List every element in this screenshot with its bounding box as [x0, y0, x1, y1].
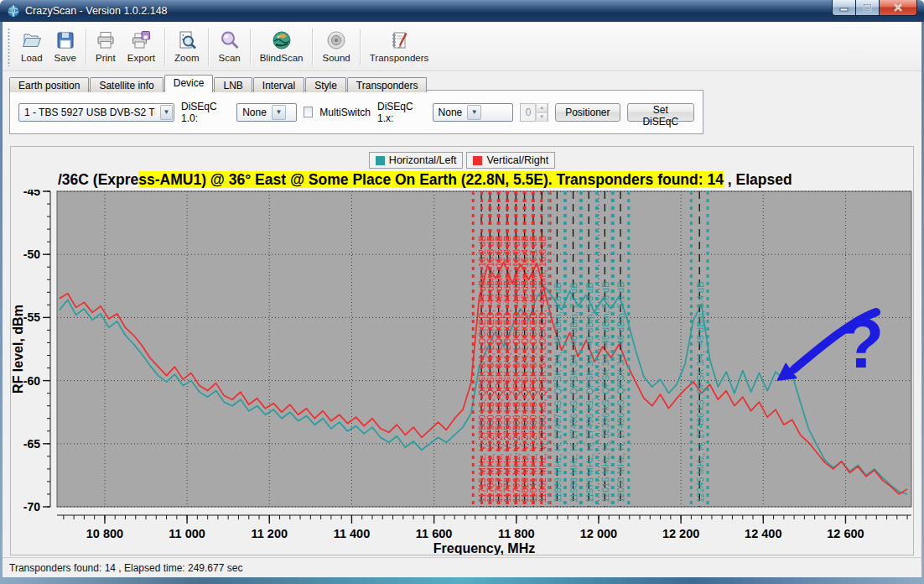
y-tick-label: -60 [23, 374, 40, 388]
transponder-label: 12015 MHz, H, 32396 kS, QPSK 3/4, -45 dB… [600, 281, 610, 503]
tab-satellite-info[interactable]: Satellite info [90, 77, 163, 92]
chevron-down-icon: ▼ [160, 105, 173, 120]
device-tab-page: 1 - TBS 5927 USB DVB-S2 Tuner ▼ DiSEqC 1… [9, 90, 703, 134]
scan-button[interactable]: Scan [212, 25, 246, 69]
scan-label: Scan [218, 53, 240, 63]
toolbar: Load Save Print [3, 23, 921, 71]
export-button[interactable]: Export [122, 25, 161, 69]
toolbar-grip[interactable] [8, 28, 10, 66]
x-tick-label: 12 600 [827, 527, 864, 540]
transponders-button[interactable]: Transponders [364, 25, 435, 69]
chart-legend: Horizontal/Left Vertical/Right [11, 147, 913, 169]
multiswitch-checkbox[interactable] [304, 107, 314, 117]
multiswitch-label: MultiSwitch [319, 107, 371, 118]
toolbar-separator [250, 29, 251, 65]
x-tick-label: 12 400 [745, 527, 781, 540]
minimize-icon [839, 4, 849, 12]
window-frame-bottom [0, 577, 924, 584]
notepad-pencil-icon [389, 30, 409, 50]
position-spinner[interactable]: 0 ▲▼ [520, 103, 548, 122]
zoom-document-icon [177, 30, 197, 50]
x-tick-label: 11 000 [169, 527, 205, 540]
x-tick-label: 10 800 [86, 527, 123, 540]
printer-icon [96, 30, 116, 50]
transponder-label: 11938 MHz, H, 27496 kS, QPSK 3/4, -46 dB… [568, 282, 579, 503]
zoom-button[interactable]: Zoom [169, 25, 205, 69]
tab-style[interactable]: Style [305, 77, 346, 92]
legend-label-vertical: Vertical/Right [486, 154, 548, 166]
spinner-arrows[interactable]: ▲▼ [535, 103, 548, 122]
maximize-button[interactable] [856, 0, 880, 16]
save-label: Save [55, 53, 76, 63]
x-tick-label: 11 600 [416, 527, 453, 540]
save-button[interactable]: Save [49, 25, 82, 69]
blindscan-label: BlindScan [260, 53, 304, 63]
close-button[interactable] [880, 0, 917, 16]
diseqc1x-select[interactable]: None ▼ [433, 103, 513, 122]
sound-label: Sound [322, 53, 350, 63]
toolbar-separator [164, 29, 165, 65]
annotation-question-mark: ? [841, 304, 884, 383]
status-bar: Transponders found: 14 , Elapsed time: 2… [3, 557, 921, 577]
export-label: Export [127, 53, 155, 63]
tuner-select-value: 1 - TBS 5927 USB DVB-S2 Tuner [24, 107, 155, 118]
tab-device[interactable]: Device [164, 75, 214, 92]
legend-swatch-vertical [473, 156, 482, 165]
set-diseqc-button[interactable]: Set DiSEqC [627, 103, 694, 122]
x-axis-title: Frequency, MHz [433, 541, 536, 555]
toolbar-separator [86, 29, 86, 65]
x-tick-label: 12 000 [580, 527, 617, 540]
x-tick-label: 12 200 [662, 527, 699, 540]
printer-export-icon [131, 30, 151, 50]
zoom-label: Zoom [174, 53, 199, 63]
legend-horizontal-left[interactable]: Horizontal/Left [369, 152, 464, 169]
caption-buttons [832, 0, 917, 16]
chevron-down-icon: ▼ [467, 105, 481, 120]
diseqc10-label: DiSEqC 1.0: [181, 101, 230, 124]
legend-swatch-horizontal [376, 156, 385, 165]
y-tick-label: -55 [23, 310, 40, 324]
minimize-button[interactable] [832, 0, 856, 16]
y-axis-title: RF level, dBm [11, 305, 25, 394]
transponder-label: 12053 MHz, H, 27496 kS, QPSK 3/4, -46 dB… [615, 281, 626, 503]
load-label: Load [21, 53, 43, 63]
legend-vertical-right[interactable]: Vertical/Right [466, 152, 555, 169]
load-button[interactable]: Load [15, 25, 49, 69]
print-label: Print [96, 53, 116, 63]
y-tick-label: -45 [23, 190, 40, 198]
transponder-label: 12245 MHz, H, 27496 kS, QPSK 3/4, -49 dB… [695, 281, 705, 503]
tab-earth-position[interactable]: Earth position [9, 77, 89, 92]
chevron-down-icon: ▼ [272, 105, 286, 120]
transponder-label: 11862 MHz, V, 27500 kS, QPSK 3/4, LOCKED… [537, 235, 548, 503]
print-button[interactable]: Print [90, 25, 122, 69]
position-spinner-value: 0 [526, 107, 532, 118]
y-tick-label: -70 [23, 500, 40, 514]
chart-title-prefix: /36C (Expre [58, 171, 138, 188]
x-tick-label: 11 400 [334, 527, 371, 540]
legend-label-horizontal: Horizontal/Left [389, 154, 457, 166]
diseqc10-select[interactable]: None ▼ [236, 103, 296, 122]
titlebar[interactable]: CrazyScan - Version 1.0.2.148 [0, 0, 924, 22]
transponder-label: 11899 MHz, H, 27497 kS, QPSK 3/4, -46 dB… [553, 282, 563, 503]
spinner-up-icon: ▲ [536, 103, 548, 112]
tuner-select[interactable]: 1 - TBS 5927 USB DVB-S2 Tuner ▼ [18, 103, 174, 122]
window-title: CrazyScan - Version 1.0.2.148 [25, 5, 168, 17]
positioner-button[interactable]: Positioner [555, 103, 620, 122]
y-tick-label: -65 [23, 437, 40, 451]
chart-panel: Horizontal/Left Vertical/Right /36C (Exp… [10, 146, 914, 555]
sound-button[interactable]: Sound [316, 25, 356, 69]
chart-title-highlight: ss-AMU1) @ 36° East @ Some Place On Eart… [138, 171, 724, 188]
tab-lnb[interactable]: LNB [214, 77, 252, 92]
maximize-icon [863, 3, 872, 12]
status-text: Transponders found: 14 , Elapsed time: 2… [9, 562, 242, 574]
tab-transponders[interactable]: Transponders [347, 77, 428, 92]
transponders-label: Transponders [370, 53, 429, 63]
chart-title-suffix: , Elapsed [724, 171, 792, 188]
speaker-icon [326, 30, 346, 50]
y-tick-label: -50 [23, 248, 40, 261]
spectrum-svg[interactable]: 11715 MHz, V, 27500 kS, QPSK 3/4, LOCKED… [11, 190, 913, 555]
tab-interval[interactable]: Interval [253, 77, 304, 92]
app-window: CrazyScan - Version 1.0.2.148 Load [0, 0, 924, 584]
diseqc1x-value: None [439, 107, 463, 118]
blindscan-button[interactable]: BlindScan [254, 25, 309, 69]
